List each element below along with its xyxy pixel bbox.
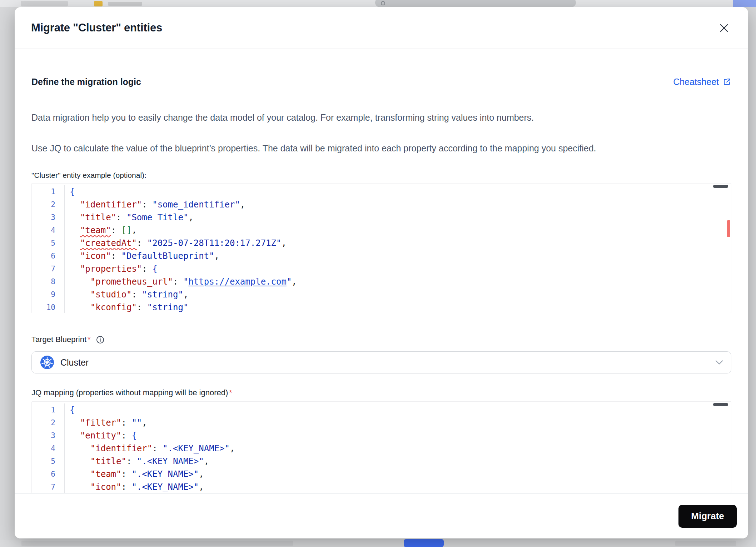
code-text: "team": [], [65, 224, 137, 237]
code-text: "icon": ".<KEY_NAME>", [65, 481, 204, 493]
chevron-down-icon [715, 360, 723, 365]
migrate-button[interactable]: Migrate [678, 505, 737, 528]
code-text: "studio": "string", [65, 288, 188, 301]
code-text: "kconfig": "string" [65, 301, 188, 313]
code-text: "title": ".<KEY_NAME>", [65, 455, 209, 468]
external-link-icon [722, 77, 731, 86]
code-text: "icon": "DefaultBlueprint", [65, 250, 219, 262]
screen: Migrate "Cluster" entities Define the mi… [0, 0, 756, 547]
background-search-bar [375, 0, 576, 7]
background-text [108, 2, 142, 6]
background-app-icon [94, 1, 103, 6]
line-number: 8 [32, 275, 65, 288]
code-line: 6 "icon": "DefaultBlueprint", [32, 250, 731, 262]
dialog-header: Migrate "Cluster" entities [15, 7, 748, 49]
section-heading: Define the migration logic [31, 77, 141, 87]
dialog-title: Migrate "Cluster" entities [31, 21, 162, 34]
code-text: { [65, 403, 75, 416]
line-number: 2 [32, 416, 65, 429]
line-number: 6 [32, 468, 65, 481]
line-number: 3 [32, 429, 65, 442]
code-text: "entity": { [65, 429, 137, 442]
line-number: 7 [32, 481, 65, 493]
close-icon [719, 23, 729, 33]
code-text: { [65, 185, 75, 198]
close-button[interactable] [716, 20, 732, 36]
scrollbar-thumb[interactable] [713, 185, 728, 188]
cheatsheet-link[interactable]: Cheatsheet [673, 77, 731, 87]
background-bottom-panel [21, 541, 293, 546]
code-line: 4 "team": [], [32, 224, 731, 237]
line-number: 6 [32, 250, 65, 262]
code-line: 7 "properties": { [32, 262, 731, 275]
code-line: 2 "identifier": "some_identifier", [32, 198, 731, 211]
code-text: "prometheus_url": "https://example.com", [65, 275, 297, 288]
description-line-2: Use JQ to calculate the value of the blu… [31, 143, 731, 154]
line-number: 1 [32, 185, 65, 198]
target-blueprint-select[interactable]: Cluster [31, 351, 731, 373]
background-top-right-button [733, 0, 756, 7]
kubernetes-icon [40, 355, 55, 370]
line-number: 5 [32, 455, 65, 468]
dialog-body: Define the migration logic Cheatsheet Da… [15, 49, 748, 493]
code-text: "filter": "", [65, 416, 147, 429]
code-text: "title": "Some Title", [65, 211, 194, 224]
selected-blueprint-value: Cluster [60, 357, 89, 368]
search-icon [381, 1, 385, 5]
code-text: "createdAt": "2025-07-28T11:20:17.271Z", [65, 237, 287, 250]
dialog-footer: Migrate [15, 493, 748, 538]
code-line: 5 "createdAt": "2025-07-28T11:20:17.271Z… [32, 237, 731, 250]
background-tab [21, 1, 68, 6]
code-line: 5 "title": ".<KEY_NAME>", [32, 455, 731, 468]
required-asterisk: * [229, 388, 232, 397]
code-text: "identifier": "some_identifier", [65, 198, 245, 211]
entity-example-label: "Cluster" entity example (optional): [31, 171, 731, 180]
background-bottom-panel-right [675, 541, 736, 546]
code-line: 10 "kconfig": "string" [32, 301, 731, 313]
migrate-entities-dialog: Migrate "Cluster" entities Define the mi… [15, 7, 748, 538]
entity-example-editor[interactable]: 1{2 "identifier": "some_identifier",3 "t… [31, 183, 731, 313]
code-line: 7 "icon": ".<KEY_NAME>", [32, 481, 731, 493]
line-number: 4 [32, 224, 65, 237]
code-line: 3 "title": "Some Title", [32, 211, 731, 224]
line-number: 4 [32, 442, 65, 455]
code-line: 8 "prometheus_url": "https://example.com… [32, 275, 731, 288]
cheatsheet-label: Cheatsheet [673, 77, 719, 87]
code-text: "team": ".<KEY_NAME>", [65, 468, 204, 481]
line-number: 3 [32, 211, 65, 224]
line-number: 2 [32, 198, 65, 211]
info-icon[interactable] [96, 335, 105, 344]
background-bottom-button [404, 539, 444, 547]
scrollbar-thumb[interactable] [713, 403, 728, 406]
code-text: "identifier": ".<KEY_NAME>", [65, 442, 235, 455]
line-number: 9 [32, 288, 65, 301]
line-number: 5 [32, 237, 65, 250]
line-number: 10 [32, 301, 65, 313]
code-line: 2 "filter": "", [32, 416, 731, 429]
required-asterisk: * [88, 335, 91, 344]
jq-mapping-code: 1{2 "filter": "",3 "entity": {4 "identif… [32, 402, 731, 493]
jq-mapping-label-text: JQ mapping (properties without mapping w… [31, 388, 228, 397]
code-line: 1{ [32, 185, 731, 198]
code-line: 9 "studio": "string", [32, 288, 731, 301]
description-line-1: Data migration help you to easily change… [31, 112, 731, 123]
section-divider [31, 97, 731, 97]
code-line: 6 "team": ".<KEY_NAME>", [32, 468, 731, 481]
target-blueprint-label: Target Blueprint* [31, 335, 91, 344]
jq-mapping-editor[interactable]: 1{2 "filter": "",3 "entity": {4 "identif… [31, 401, 731, 493]
code-text: "properties": { [65, 262, 158, 275]
entity-example-code: 1{2 "identifier": "some_identifier",3 "t… [32, 184, 731, 313]
target-blueprint-label-row: Target Blueprint* [31, 335, 731, 344]
code-line: 1{ [32, 403, 731, 416]
code-line: 3 "entity": { [32, 429, 731, 442]
line-number: 7 [32, 262, 65, 275]
code-line: 4 "identifier": ".<KEY_NAME>", [32, 442, 731, 455]
line-number: 1 [32, 403, 65, 416]
section-heading-row: Define the migration logic Cheatsheet [31, 77, 731, 87]
target-blueprint-label-text: Target Blueprint [31, 335, 86, 344]
error-annotation-marker [727, 220, 730, 237]
jq-mapping-label: JQ mapping (properties without mapping w… [31, 388, 731, 397]
